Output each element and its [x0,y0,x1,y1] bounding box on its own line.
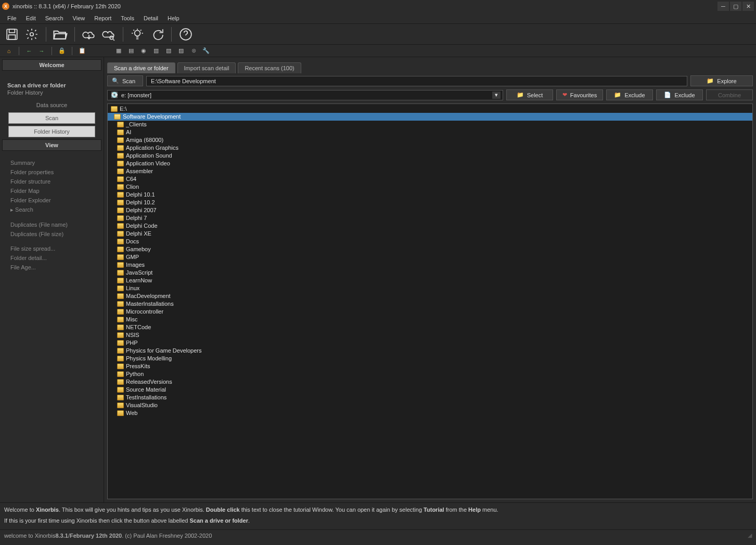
doc1-icon[interactable]: ▦ [114,46,123,56]
sidebar-link-folder-properties[interactable]: Folder properties [0,167,104,177]
tree-item[interactable]: JavaScript [108,269,752,277]
select-button[interactable]: 📁Select [506,89,553,100]
lock-icon[interactable]: 🔒 [57,46,67,56]
home-icon[interactable]: ⌂ [4,46,14,56]
clipboard-icon[interactable]: 📋 [78,46,87,56]
sidebar-link-duplicates-file-size-[interactable]: Duplicates (File size) [0,229,104,239]
folder-tree[interactable]: E:\Software Development_ClientsAIAmiga (… [107,103,753,499]
tree-item[interactable]: E:\ [108,105,752,113]
tree-item[interactable]: _Clients [108,121,752,128]
refresh-icon[interactable] [149,27,165,42]
tree-item[interactable]: LearnNow [108,277,752,284]
tree-item[interactable]: Delphi 7 [108,214,752,222]
tree-item[interactable]: Application Video [108,160,752,167]
tree-item[interactable]: Microcontroller [108,308,752,316]
path-input[interactable] [146,76,687,86]
folder-history-button[interactable]: Folder History [8,126,95,137]
hint-bar[interactable]: Welcome to Xinorbis. This box will give … [0,502,756,529]
scan-button[interactable]: Scan [8,112,95,124]
sidebar-link-duplicates-file-name-[interactable]: Duplicates (File name) [0,220,104,229]
tree-item[interactable]: C64 [108,175,752,183]
drive-select[interactable]: 💽 e: [monster] ▾ [107,90,503,100]
tree-item[interactable]: Python [108,370,752,378]
wrench-icon[interactable]: 🔧 [201,46,211,56]
bulb-icon[interactable] [130,27,145,42]
sidebar-link-summary[interactable]: Summary [0,158,104,167]
menu-search[interactable]: Search [41,14,68,22]
sidebar-link-folder-exploder[interactable]: Folder Exploder [0,196,104,205]
tree-item[interactable]: Physics for Game Developers [108,347,752,355]
tree-item[interactable]: Delphi 10.2 [108,199,752,206]
close-button[interactable]: ✕ [742,2,754,11]
tree-item[interactable]: Physics Modelling [108,355,752,362]
tree-item[interactable]: Delphi Code [108,222,752,230]
sidebar-link-search[interactable]: Search [0,205,104,215]
save-icon[interactable] [4,27,20,42]
menu-file[interactable]: File [3,14,21,22]
tree-item[interactable]: TestInstallations [108,394,752,401]
sidebar-link-file-age-[interactable]: File Age... [0,263,104,272]
menu-help[interactable]: Help [163,14,184,22]
tree-item[interactable]: Application Graphics [108,144,752,152]
tree-item[interactable]: Docs [108,238,752,245]
help-icon[interactable] [178,27,194,42]
doc2-icon[interactable]: ▤ [126,46,136,56]
tree-item[interactable]: Assembler [108,167,752,175]
tree-item[interactable]: Misc [108,316,752,323]
tree-item[interactable]: Linux [108,284,752,292]
tab-import-scan-detail[interactable]: Import scan detail [177,62,236,73]
globe-icon[interactable]: ◉ [139,46,148,56]
exclude-button[interactable]: 📄Exclude [656,89,703,100]
favourites-button[interactable]: ❤Favourites [556,89,603,100]
sidebar-link-folder-map[interactable]: Folder Map [0,186,104,196]
tree-item[interactable]: Web [108,409,752,417]
folder-icon [117,410,124,416]
tree-item[interactable]: AI [108,128,752,136]
tab-recent-scans-100-[interactable]: Recent scans (100) [238,62,301,73]
exclude-button[interactable]: 📁Exclude [606,89,653,100]
maximize-button[interactable]: ▢ [730,2,741,11]
tree-item[interactable]: Delphi 2007 [108,206,752,214]
scan-action-button[interactable]: 🔍 Scan [107,75,143,86]
tab-scan-a-drive-or-folder[interactable]: Scan a drive or folder [107,62,175,73]
sidebar-link-folder-structure[interactable]: Folder structure [0,177,104,186]
sidebar-link-file-size-spread-[interactable]: File size spread... [0,244,104,253]
doc3-icon[interactable]: ▥ [151,46,161,56]
tree-item[interactable]: NETCode [108,323,752,331]
sidebar-link-folder-detail-[interactable]: Folder detail... [0,253,104,263]
cloud-search-icon[interactable] [101,27,117,42]
tree-item[interactable]: MacDevelopment [108,292,752,300]
tree-item[interactable]: Source Material [108,386,752,394]
tree-item[interactable]: Application Sound [108,152,752,160]
minimize-button[interactable]: ─ [717,2,729,11]
tree-item[interactable]: NSIS [108,331,752,339]
tree-item[interactable]: PressKits [108,362,752,370]
tree-item[interactable]: Delphi 10.1 [108,191,752,199]
tree-item[interactable]: Delphi XE [108,230,752,238]
folder-open-icon[interactable] [53,27,68,42]
doc5-icon[interactable]: ▨ [176,46,186,56]
tree-item[interactable]: Images [108,261,752,269]
cloud-down-icon[interactable] [81,27,97,42]
forward-icon[interactable]: → [37,46,46,56]
tree-item[interactable]: GMP [108,253,752,261]
tree-item[interactable]: PHP [108,339,752,347]
tree-item[interactable]: Clion [108,183,752,191]
menu-edit[interactable]: Edit [22,14,40,22]
menu-detail[interactable]: Detail [139,14,162,22]
menu-report[interactable]: Report [90,14,116,22]
menu-view[interactable]: View [69,14,89,22]
tree-item[interactable]: ReleasedVersions [108,378,752,386]
tree-item[interactable]: VisualStudio [108,401,752,409]
tree-item[interactable]: Software Development [108,113,752,121]
menu-tools[interactable]: Tools [117,14,138,22]
tree-item[interactable]: Gameboy [108,245,752,253]
tree-item[interactable]: Amiga (68000) [108,136,752,144]
cancel-icon[interactable]: ⊗ [189,46,198,56]
explore-button[interactable]: 📁 Explore [690,75,753,86]
doc4-icon[interactable]: ▧ [164,46,173,56]
resize-grip-icon[interactable]: ◢ [748,532,752,539]
back-icon[interactable]: ← [24,46,34,56]
gear-icon[interactable] [24,27,40,42]
tree-item[interactable]: MasterInstallations [108,300,752,308]
